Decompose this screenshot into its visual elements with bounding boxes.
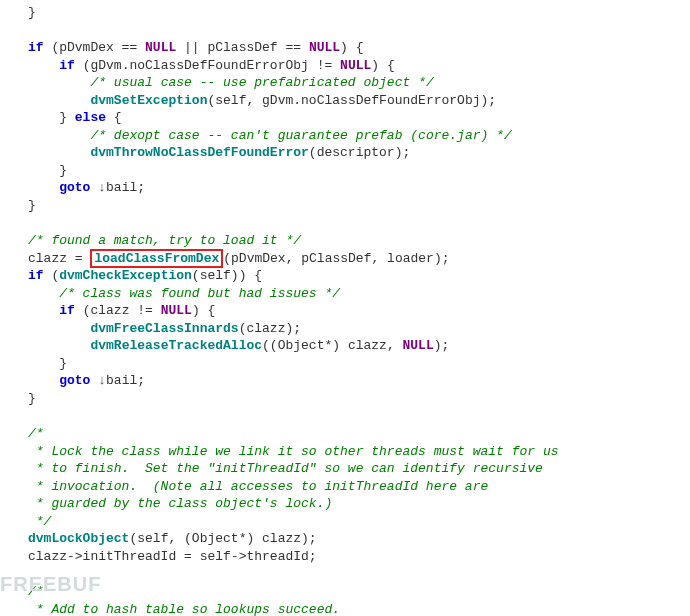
comment-block: /*: [28, 426, 44, 441]
code-line: */: [28, 514, 51, 529]
code-line: dvmSetException(self, gDvm.noClassDefFou…: [28, 93, 496, 108]
code-line: }: [28, 198, 36, 213]
code-line: dvmLockObject(self, (Object*) clazz);: [28, 531, 317, 546]
comment: /* usual case -- use prefabricated objec…: [90, 75, 433, 90]
fn-dvmLockObject: dvmLockObject: [28, 531, 129, 546]
null-literal: NULL: [309, 40, 340, 55]
code-line: clazz->initThreadId = self->threadId;: [28, 549, 317, 564]
fn-dvmThrowNoClassDefFoundError: dvmThrowNoClassDefFoundError: [90, 145, 308, 160]
code-block: } if (pDvmDex == NULL || pClassDef == NU…: [0, 0, 690, 616]
code-line: /* usual case -- use prefabricated objec…: [28, 75, 434, 90]
code-line: /* class was found but had issues */: [28, 286, 340, 301]
code-line: * Add to hash table so lookups succeed.: [28, 602, 340, 616]
comment-block: * invocation. (Note all accesses to init…: [28, 479, 488, 494]
code-line: if (gDvm.noClassDefFoundErrorObj != NULL…: [28, 58, 395, 73]
comment: /* class was found but had issues */: [59, 286, 340, 301]
comment-block: * Lock the class while we link it so oth…: [28, 444, 559, 459]
fn-dvmCheckException: dvmCheckException: [59, 268, 192, 283]
code-line: * invocation. (Note all accesses to init…: [28, 479, 488, 494]
comment-block: */: [28, 514, 51, 529]
code-line: if (clazz != NULL) {: [28, 303, 215, 318]
code-line: /* found a match, try to load it */: [28, 233, 301, 248]
keyword-if: if: [28, 268, 44, 283]
code-line: clazz = loadClassFromDex(pDvmDex, pClass…: [28, 249, 450, 268]
code-line: }: [28, 5, 36, 20]
keyword-if: if: [59, 58, 75, 73]
null-literal: NULL: [340, 58, 371, 73]
code-line: }: [28, 356, 67, 371]
keyword-goto: goto: [59, 373, 90, 388]
null-literal: NULL: [145, 40, 176, 55]
code-screenshot: { "watermark": "FREEBUF", "highlight": {…: [0, 0, 690, 616]
code-line: /* dexopt case -- can't guarantee prefab…: [28, 128, 512, 143]
null-literal: NULL: [161, 303, 192, 318]
comment: /* dexopt case -- can't guarantee prefab…: [90, 128, 511, 143]
code-line: if (pDvmDex == NULL || pClassDef == NULL…: [28, 40, 364, 55]
keyword-goto: goto: [59, 180, 90, 195]
code-line: /*: [28, 426, 44, 441]
code-line: dvmThrowNoClassDefFoundError(descriptor)…: [28, 145, 410, 160]
comment-block: /*: [28, 584, 44, 599]
keyword-if: if: [59, 303, 75, 318]
code-line: * to finish. Set the "initThreadId" so w…: [28, 461, 543, 476]
code-line: * guarded by the class object's lock.): [28, 496, 332, 511]
code-line: goto ↓bail;: [28, 373, 145, 388]
fn-dvmReleaseTrackedAlloc: dvmReleaseTrackedAlloc: [90, 338, 262, 353]
fn-dvmSetException: dvmSetException: [90, 93, 207, 108]
comment-block: * Add to hash table so lookups succeed.: [28, 602, 340, 616]
comment-block: * to finish. Set the "initThreadId" so w…: [28, 461, 543, 476]
code-line: /*: [28, 584, 44, 599]
code-line: }: [28, 391, 36, 406]
code-line: if (dvmCheckException(self)) {: [28, 268, 262, 283]
comment-block: * guarded by the class object's lock.): [28, 496, 332, 511]
keyword-if: if: [28, 40, 44, 55]
comment: /* found a match, try to load it */: [28, 233, 301, 248]
code-line: * Lock the class while we link it so oth…: [28, 444, 559, 459]
code-line: }: [28, 163, 67, 178]
fn-dvmFreeClassInnards: dvmFreeClassInnards: [90, 321, 238, 336]
code-line: dvmReleaseTrackedAlloc((Object*) clazz, …: [28, 338, 449, 353]
code-line: goto ↓bail;: [28, 180, 145, 195]
null-literal: NULL: [403, 338, 434, 353]
code-line: dvmFreeClassInnards(clazz);: [28, 321, 301, 336]
code-line: } else {: [28, 110, 122, 125]
keyword-else: else: [75, 110, 106, 125]
highlighted-fn-loadClassFromDex: loadClassFromDex: [90, 249, 223, 268]
